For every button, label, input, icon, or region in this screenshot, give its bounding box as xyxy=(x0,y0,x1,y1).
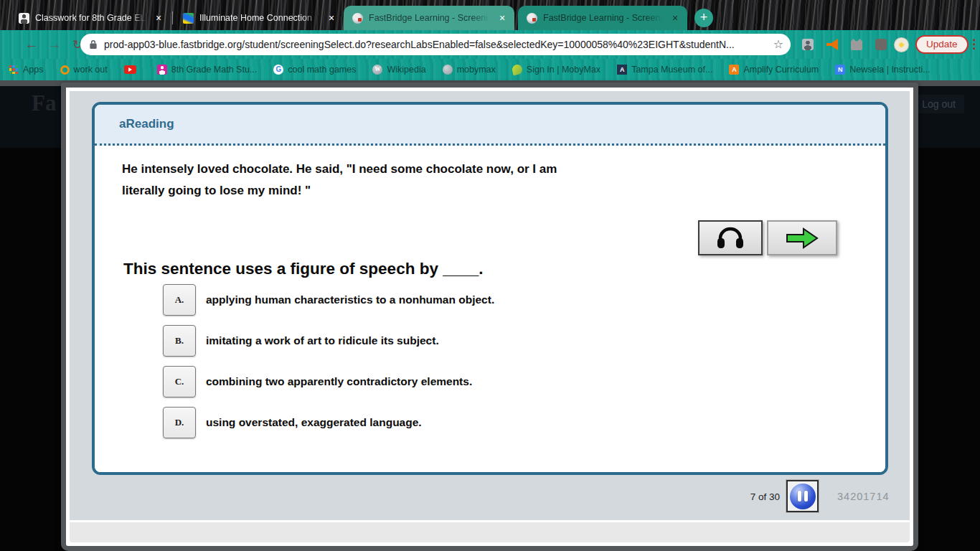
option-b-button[interactable]: B. xyxy=(163,325,196,357)
close-icon[interactable]: × xyxy=(669,11,682,24)
question-text: This sentence uses a figure of speech by… xyxy=(123,260,483,278)
bookmark-tampa-museum[interactable]: Tampa Museum of... xyxy=(617,65,712,75)
option-c-text: combining two apparently contradictory e… xyxy=(206,375,472,388)
headphones-icon xyxy=(715,226,746,250)
screening-dialog: aReading He intensely loved chocolate. H… xyxy=(61,83,918,551)
question-card-header: aReading xyxy=(95,105,885,146)
tampa-museum-icon xyxy=(617,65,627,75)
tab-title: Illuminate Home Connection xyxy=(199,13,319,23)
bookmark-youtube[interactable] xyxy=(124,65,141,74)
mobymax-hand-icon xyxy=(512,64,524,76)
forward-icon: → xyxy=(46,37,63,52)
question-card: aReading He intensely loved chocolate. H… xyxy=(92,102,888,475)
pause-icon xyxy=(790,484,816,509)
youtube-icon xyxy=(124,65,136,74)
tab-illuminate[interactable]: Illuminate Home Connection × xyxy=(174,6,344,30)
tab-separator xyxy=(172,11,173,24)
tab-title: Classwork for 8th Grade ELA/H xyxy=(35,13,146,23)
fastbridge-page: Fa Log out aReading He intensely loved c… xyxy=(0,80,980,551)
bookmark-work-out[interactable]: work out xyxy=(60,65,108,75)
answer-options: A. applying human characteristics to a n… xyxy=(95,284,885,448)
close-icon[interactable]: × xyxy=(496,11,509,24)
lock-icon xyxy=(89,39,98,50)
option-a-text: applying human characteristics to a nonh… xyxy=(206,293,494,306)
bookmark-cool-math-games[interactable]: cool math games xyxy=(273,65,356,75)
google-g-icon xyxy=(273,65,283,75)
logout-button[interactable]: Log out xyxy=(913,95,964,113)
dialog-main-area: aReading He intensely loved chocolate. H… xyxy=(70,91,910,520)
extension-cat-icon[interactable] xyxy=(851,39,862,50)
bookmark-signin-mobymax[interactable]: Sign In | MobyMax xyxy=(512,65,600,75)
workout-ring-icon xyxy=(60,65,70,75)
bookmark-star-icon[interactable]: ☆ xyxy=(773,37,783,51)
new-tab-button[interactable]: + xyxy=(694,9,713,27)
option-b-text: imitating a work of art to ridicule its … xyxy=(206,334,439,347)
illuminate-logo-icon xyxy=(183,13,194,24)
url-text: prod-app03-blue.fastbridge.org/student/s… xyxy=(104,39,735,50)
extension-person-icon[interactable] xyxy=(802,39,814,50)
option-row-b: B. imitating a work of art to ridicule i… xyxy=(163,325,885,357)
play-audio-button[interactable] xyxy=(698,220,763,255)
bookmark-amplify[interactable]: Amplify Curriculum xyxy=(729,65,819,75)
student-portal-icon xyxy=(157,65,167,75)
bookmark-wikipedia[interactable]: Wikipedia xyxy=(372,65,425,75)
option-c-button[interactable]: C. xyxy=(163,366,196,397)
newsela-icon xyxy=(835,65,845,75)
option-d-text: using overstated, exaggerated language. xyxy=(206,416,422,429)
test-title: aReading xyxy=(119,117,174,131)
back-icon[interactable]: ← xyxy=(23,37,40,52)
option-row-a: A. applying human characteristics to a n… xyxy=(163,284,885,316)
globe-icon xyxy=(443,65,453,75)
wikipedia-globe-icon xyxy=(372,65,382,75)
tab-fastbridge-active[interactable]: FastBridge Learning - Screeni × xyxy=(344,6,514,30)
browser-menu-icon[interactable]: ⋮ xyxy=(968,37,980,52)
profile-avatar[interactable] xyxy=(894,37,909,52)
update-button[interactable]: Update xyxy=(915,35,969,54)
fastbridge-logo-icon xyxy=(527,13,537,24)
fastbridge-logo: Fa xyxy=(32,90,56,116)
option-d-button[interactable]: D. xyxy=(163,407,196,438)
close-icon[interactable]: × xyxy=(325,11,338,24)
address-bar[interactable]: prod-app03-blue.fastbridge.org/student/s… xyxy=(80,34,791,55)
pause-button[interactable] xyxy=(786,480,819,512)
green-arrow-right-icon xyxy=(785,227,819,250)
progress-counter: 7 of 30 xyxy=(730,491,780,502)
bookmark-apps[interactable]: Apps xyxy=(9,65,44,75)
bookmarks-bar: Apps work out 8th Grade Math Stu... cool… xyxy=(0,59,980,80)
amplify-icon xyxy=(729,65,739,75)
fastbridge-logo-icon xyxy=(352,13,363,24)
tab-fastbridge-2[interactable]: FastBridge Learning - Screenin × xyxy=(518,6,687,30)
dialog-footer-strip xyxy=(70,522,910,542)
apps-grid-icon xyxy=(9,65,19,75)
browser-toolbar: ← → ↻ prod-app03-blue.fastbridge.org/stu… xyxy=(0,30,980,59)
contact-icon xyxy=(19,13,29,24)
option-row-c: C. combining two apparently contradictor… xyxy=(163,366,885,397)
passage-text: He intensely loved chocolate. He said, "… xyxy=(122,159,682,202)
bookmark-mobymax[interactable]: mobymax xyxy=(443,65,496,75)
tab-title: FastBridge Learning - Screeni xyxy=(369,13,490,23)
extension-megaphone-icon[interactable] xyxy=(826,39,838,50)
passage-line: literally going to lose my mind! " xyxy=(122,180,682,202)
screen: Classwork for 8th Grade ELA/H × Illumina… xyxy=(0,0,980,551)
session-id: 34201714 xyxy=(837,491,890,502)
passage-line: He intensely loved chocolate. He said, "… xyxy=(122,159,682,180)
extension-generic-icon[interactable] xyxy=(875,39,887,50)
option-row-d: D. using overstated, exaggerated languag… xyxy=(163,407,885,438)
tab-title: FastBridge Learning - Screenin xyxy=(543,13,663,23)
bookmark-8th-grade-math[interactable]: 8th Grade Math Stu... xyxy=(157,65,258,75)
option-a-button[interactable]: A. xyxy=(163,284,196,316)
tab-strip: Classwork for 8th Grade ELA/H × Illumina… xyxy=(0,0,980,30)
close-icon[interactable]: × xyxy=(152,11,165,24)
tab-classwork[interactable]: Classwork for 8th Grade ELA/H × xyxy=(10,6,171,30)
question-card-body: He intensely loved chocolate. He said, "… xyxy=(95,146,885,472)
next-question-button[interactable] xyxy=(767,220,837,255)
bookmark-newsela[interactable]: Newsela | Instructi... xyxy=(835,65,930,75)
